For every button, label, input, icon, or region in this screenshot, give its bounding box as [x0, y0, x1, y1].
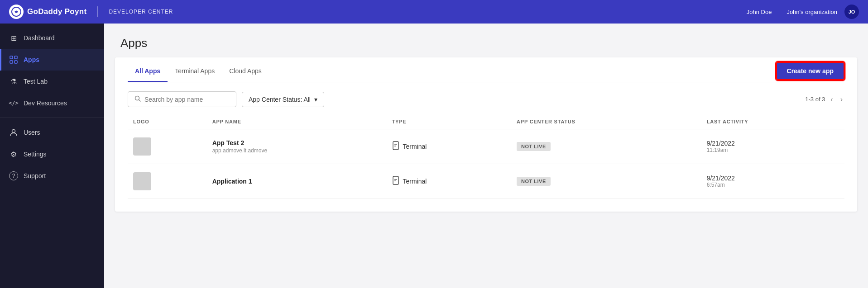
col-header-appname: APP NAME [207, 114, 387, 129]
page-header: Apps [104, 24, 868, 57]
top-nav: GoDaddy Poynt DEVELOPER CENTER John Doe … [0, 0, 868, 24]
logo-text: GoDaddy Poynt [27, 7, 86, 16]
sidebar-label-settings: Settings [24, 151, 47, 158]
app-activity-cell: 9/21/2022 6:57am [701, 164, 844, 199]
status-badge: NOT LIVE [517, 177, 551, 186]
sidebar-label-apps: Apps [24, 56, 39, 63]
sidebar-label-dashboard: Dashboard [24, 34, 55, 42]
app-name-cell: Application 1 [207, 164, 387, 199]
svg-rect-2 [14, 56, 17, 59]
filters-left: App Center Status: All ▾ [128, 91, 324, 107]
sidebar-item-apps[interactable]: Apps [0, 49, 104, 71]
search-box[interactable] [128, 91, 236, 107]
sidebar-label-devresources: Dev Resources [24, 99, 67, 107]
activity-time: 6:57am [707, 182, 839, 188]
activity-date: 9/21/2022 [707, 175, 839, 182]
main-layout: ⊞ Dashboard Apps ⚗ Test Lab </> Dev Reso… [0, 24, 868, 288]
app-logo-cell [128, 164, 207, 199]
support-icon: ? [9, 171, 18, 180]
table-header: LOGO APP NAME TYPE APP CENTER STATUS LAS… [128, 114, 844, 129]
sidebar-label-users: Users [24, 129, 40, 136]
table-body: App Test 2 app.admove.it.admove Terminal [128, 129, 844, 199]
sidebar-item-settings[interactable]: ⚙ Settings [0, 143, 104, 165]
main-content: Apps All Apps Terminal Apps Cloud Apps C… [104, 24, 868, 288]
sidebar: ⊞ Dashboard Apps ⚗ Test Lab </> Dev Reso… [0, 24, 104, 288]
status-filter-label: App Center Status: All [249, 96, 311, 103]
app-name: App Test 2 [212, 139, 381, 146]
app-name: Application 1 [212, 178, 381, 185]
col-header-type: TYPE [387, 114, 511, 129]
nav-divider [97, 6, 98, 17]
logo-area: GoDaddy Poynt [9, 5, 86, 19]
app-status-cell: NOT LIVE [511, 129, 701, 164]
tabs-row: All Apps Terminal Apps Cloud Apps Create… [128, 57, 844, 82]
svg-rect-3 [10, 61, 13, 63]
status-filter-dropdown[interactable]: App Center Status: All ▾ [242, 92, 324, 107]
filters-row: App Center Status: All ▾ 1-3 of 3 ‹ › [128, 91, 844, 107]
svg-rect-11 [393, 176, 398, 184]
terminal-icon [392, 141, 399, 152]
apps-icon [9, 55, 18, 64]
app-type-cell: Terminal [387, 129, 511, 164]
pagination-info: 1-3 of 3 ‹ › [805, 94, 844, 104]
pagination-prev-button[interactable]: ‹ [829, 94, 834, 104]
svg-rect-4 [14, 61, 17, 63]
terminal-icon [392, 176, 399, 187]
status-badge: NOT LIVE [517, 142, 551, 151]
tab-all-apps[interactable]: All Apps [128, 60, 168, 82]
tabs: All Apps Terminal Apps Cloud Apps [128, 60, 269, 82]
sidebar-item-dashboard[interactable]: ⊞ Dashboard [0, 27, 104, 49]
sidebar-label-support: Support [24, 172, 46, 179]
nav-right: John Doe John's organization JO [747, 5, 859, 19]
sidebar-item-devresources[interactable]: </> Dev Resources [0, 92, 104, 114]
app-logo-placeholder [133, 172, 151, 190]
tab-cloud-apps[interactable]: Cloud Apps [222, 60, 269, 82]
chevron-down-icon: ▾ [314, 96, 317, 103]
col-header-activity: LAST ACTIVITY [701, 114, 844, 129]
app-type-label: Terminal [403, 178, 427, 185]
app-logo-placeholder [133, 137, 151, 156]
svg-rect-1 [10, 56, 13, 59]
sidebar-item-users[interactable]: Users [0, 122, 104, 143]
sidebar-label-testlab: Test Lab [24, 78, 48, 85]
dev-center-label: DEVELOPER CENTER [109, 9, 173, 15]
search-icon [134, 95, 141, 103]
table-header-row: LOGO APP NAME TYPE APP CENTER STATUS LAS… [128, 114, 844, 129]
app-logo-cell [128, 129, 207, 164]
logo-icon [9, 5, 24, 19]
svg-rect-8 [393, 142, 398, 150]
avatar[interactable]: JO [844, 5, 859, 19]
devresources-icon: </> [9, 99, 18, 108]
testlab-icon: ⚗ [9, 77, 18, 86]
table-row[interactable]: App Test 2 app.admove.it.admove Terminal [128, 129, 844, 164]
pagination-next-button[interactable]: › [839, 94, 844, 104]
app-sub: app.admove.it.admove [212, 147, 381, 154]
activity-time: 11:19am [707, 147, 839, 153]
sidebar-item-support[interactable]: ? Support [0, 165, 104, 187]
sidebar-item-testlab[interactable]: ⚗ Test Lab [0, 71, 104, 92]
apps-table: LOGO APP NAME TYPE APP CENTER STATUS LAS… [128, 114, 844, 199]
dashboard-icon: ⊞ [9, 33, 18, 42]
activity-date: 9/21/2022 [707, 140, 839, 147]
content-card: All Apps Terminal Apps Cloud Apps Create… [115, 57, 857, 212]
sidebar-divider [0, 118, 104, 118]
search-input[interactable] [144, 96, 230, 103]
col-header-logo: LOGO [128, 114, 207, 129]
table-row[interactable]: Application 1 Terminal [128, 164, 844, 199]
svg-point-5 [12, 130, 15, 133]
app-activity-cell: 9/21/2022 11:19am [701, 129, 844, 164]
app-type-label: Terminal [403, 143, 427, 150]
page-title: Apps [120, 36, 852, 50]
svg-line-7 [139, 100, 141, 102]
users-icon [9, 128, 18, 137]
nav-left: GoDaddy Poynt DEVELOPER CENTER [9, 5, 173, 19]
settings-icon: ⚙ [9, 150, 18, 159]
pagination-text: 1-3 of 3 [805, 96, 825, 103]
user-name: John Doe [747, 9, 772, 15]
tab-terminal-apps[interactable]: Terminal Apps [168, 60, 222, 82]
app-type-cell: Terminal [387, 164, 511, 199]
app-name-cell: App Test 2 app.admove.it.admove [207, 129, 387, 164]
org-name: John's organization [786, 9, 837, 15]
nav-user-divider [779, 8, 779, 16]
create-new-app-button[interactable]: Create new app [776, 62, 844, 80]
